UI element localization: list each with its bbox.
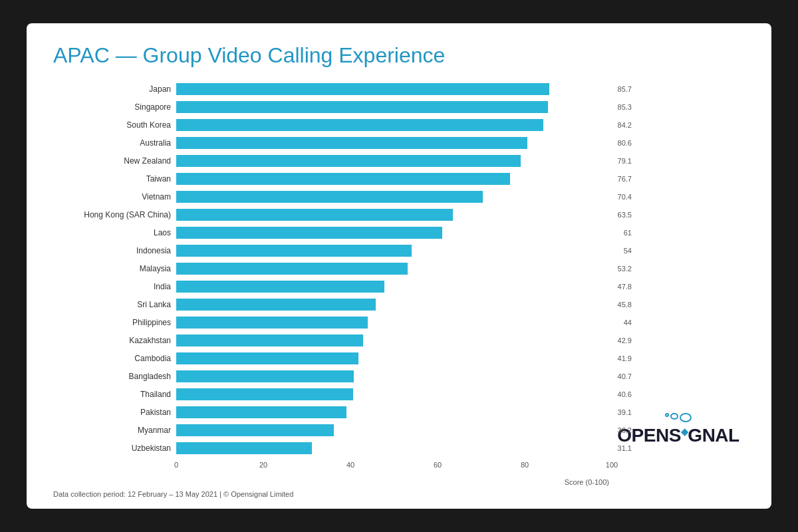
bar-row: Taiwan76.7 (53, 171, 612, 187)
bar-row: Japan85.7 (53, 81, 612, 97)
bar-fill (176, 101, 548, 113)
bar-track: 47.8 (176, 281, 612, 293)
bar-value-label: 40.6 (618, 390, 632, 398)
bar-fill (176, 370, 354, 382)
x-tick: 80 (521, 461, 529, 469)
x-tick: 40 (346, 461, 354, 469)
bar-track: 31.1 (176, 442, 612, 454)
bar-label: Philippines (53, 318, 176, 327)
bar-label: Kazakhstan (53, 336, 176, 345)
logo-signal: S◆GNAL (669, 425, 739, 446)
bar-row: Uzbekistan31.1 (53, 440, 612, 456)
bar-label: Thailand (53, 390, 176, 399)
bar-fill (176, 245, 412, 257)
chart-area: Japan85.7Singapore85.3South Korea84.2Aus… (53, 81, 745, 486)
bar-track: 36.2 (176, 424, 612, 436)
bar-fill (176, 173, 510, 185)
opensignal-logo: OPENS◆GNAL (617, 413, 739, 446)
bar-track: 85.7 (176, 83, 612, 95)
chart-left: Japan85.7Singapore85.3South Korea84.2Aus… (53, 81, 612, 486)
bar-track: 54 (176, 245, 612, 257)
bar-row: Malaysia53.2 (53, 261, 612, 277)
bar-row: New Zealand79.1 (53, 153, 612, 169)
bar-label: Cambodia (53, 354, 176, 363)
bar-row: Pakistan39.1 (53, 404, 612, 420)
x-tick: 100 (606, 461, 618, 469)
wave-2 (670, 413, 678, 420)
wave-1 (665, 413, 669, 417)
bars-container: Japan85.7Singapore85.3South Korea84.2Aus… (53, 81, 612, 458)
bar-label: Japan (53, 84, 176, 94)
bar-label: Sri Lanka (53, 300, 176, 309)
bar-track: 79.1 (176, 155, 612, 167)
bar-value-label: 42.9 (618, 336, 632, 344)
bar-value-label: 31.1 (618, 444, 632, 452)
bar-row: Laos61 (53, 225, 612, 241)
bar-fill (176, 227, 442, 239)
x-axis: 020406080100 (176, 458, 612, 478)
bar-label: Pakistan (53, 408, 176, 417)
bar-label: Bangladesh (53, 372, 176, 381)
bar-track: 44 (176, 317, 612, 329)
bar-row: Indonesia54 (53, 243, 612, 259)
bar-track: 39.1 (176, 406, 612, 418)
bar-track: 63.5 (176, 209, 612, 221)
bar-track: 40.6 (176, 388, 612, 400)
bar-value-label: 85.7 (618, 85, 632, 93)
bar-row: Singapore85.3 (53, 99, 612, 115)
bar-fill (176, 334, 363, 346)
wave-3 (680, 413, 692, 422)
bar-label: India (53, 282, 176, 291)
bar-value-label: 61 (624, 229, 632, 237)
bar-value-label: 47.8 (618, 283, 632, 291)
bar-track: 40.7 (176, 370, 612, 382)
x-tick: 20 (259, 461, 267, 469)
main-card: APAC — Group Video Calling Experience Ja… (27, 23, 771, 509)
bar-row: Philippines44 (53, 315, 612, 331)
bar-row: Myanmar36.2 (53, 422, 612, 438)
bar-value-label: 44 (624, 319, 632, 327)
bar-track: 70.4 (176, 191, 612, 203)
bar-fill (176, 191, 483, 203)
bar-value-label: 40.7 (618, 372, 632, 380)
bar-label: Australia (53, 138, 176, 148)
bar-label: Laos (53, 228, 176, 237)
bar-fill (176, 317, 368, 329)
bar-row: India47.8 (53, 279, 612, 295)
bar-fill (176, 424, 334, 436)
bar-row: Thailand40.6 (53, 386, 612, 402)
x-tick: 60 (434, 461, 442, 469)
bar-label: South Korea (53, 120, 176, 130)
bar-track: 84.2 (176, 119, 612, 131)
bar-label: Myanmar (53, 426, 176, 435)
bar-fill (176, 209, 453, 221)
bar-fill (176, 352, 358, 364)
bar-track: 42.9 (176, 334, 612, 346)
bar-row: Bangladesh40.7 (53, 368, 612, 384)
bar-value-label: 85.3 (618, 103, 632, 111)
bar-fill (176, 388, 353, 400)
x-label-row: Score (0-100) (176, 478, 612, 486)
bar-value-label: 84.2 (618, 121, 632, 129)
bar-fill (176, 299, 376, 311)
bar-row: Kazakhstan42.9 (53, 332, 612, 348)
bar-label: New Zealand (53, 156, 176, 166)
chart-right: OPENS◆GNAL (612, 81, 745, 486)
bar-fill (176, 119, 543, 131)
bar-value-label: 41.9 (618, 354, 632, 362)
bar-label: Taiwan (53, 174, 176, 184)
signal-waves (617, 413, 739, 422)
x-tick: 0 (174, 461, 178, 469)
bar-value-label: 45.8 (618, 301, 632, 309)
bar-label: Malaysia (53, 264, 176, 273)
bar-row: South Korea84.2 (53, 117, 612, 133)
bar-track: 80.6 (176, 137, 612, 149)
bar-label: Hong Kong (SAR China) (53, 210, 176, 219)
bar-track: 61 (176, 227, 612, 239)
bar-label: Indonesia (53, 246, 176, 255)
bar-fill (176, 137, 527, 149)
bar-value-label: 80.6 (618, 139, 632, 147)
bar-fill (176, 281, 384, 293)
bar-row: Sri Lanka45.8 (53, 297, 612, 313)
bar-track: 85.3 (176, 101, 612, 113)
